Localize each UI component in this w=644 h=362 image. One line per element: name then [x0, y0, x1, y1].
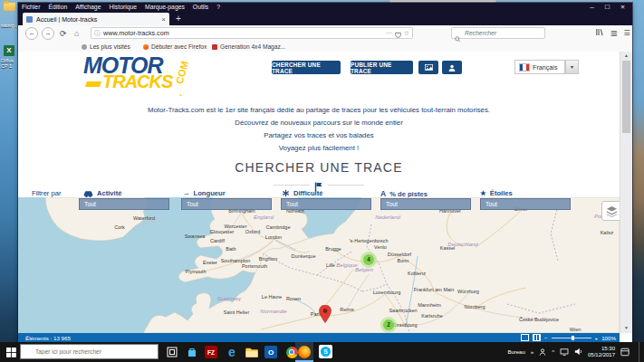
page-actions-icon[interactable]: ⋯	[386, 30, 392, 37]
menu-affichage[interactable]: Affichage	[75, 3, 101, 12]
bookmark-star-icon[interactable]: ☆	[404, 30, 409, 37]
back-button[interactable]: ←	[25, 27, 38, 40]
bookmark-label: Generation 4x4 Magaz...	[220, 43, 285, 51]
grid-icon[interactable]	[533, 334, 541, 341]
bookmark-most-visited[interactable]: Les plus visités	[82, 43, 130, 51]
map-label: Nürnberg	[465, 304, 485, 310]
account-button[interactable]	[442, 61, 462, 74]
sidebar-icon[interactable]: ▥	[609, 28, 620, 39]
pocket-icon[interactable]	[395, 25, 401, 42]
menu-marque-pages[interactable]: Marque-pages	[145, 3, 185, 12]
map-zoom-controls[interactable]: − + 100%	[521, 334, 616, 341]
map-label: Dunkerque	[292, 253, 316, 259]
hidden-icons-caret[interactable]: ^	[552, 349, 554, 355]
firefox-icon[interactable]	[297, 345, 312, 359]
desktop-folder-icon[interactable]	[4, 3, 15, 11]
skype-icon[interactable]: S	[319, 345, 332, 358]
filter-etoiles[interactable]: ★ Étoiles	[480, 189, 513, 197]
taskbar-search-input[interactable]	[20, 344, 159, 359]
filter-difficulte[interactable]: Difficulté	[282, 189, 323, 197]
scrollbar-thumb[interactable]	[622, 61, 630, 133]
filter-longueur[interactable]: → Longueur	[183, 189, 226, 197]
bookmark-generation-4x4[interactable]: Generation 4x4 Magaz...	[212, 43, 285, 51]
start-button[interactable]	[4, 345, 18, 359]
tray-clock[interactable]: 15:30 05/12/2017	[588, 346, 615, 358]
photos-button[interactable]	[418, 61, 438, 74]
home-button[interactable]: ⌂	[74, 28, 79, 39]
minimize-button[interactable]: ─	[584, 3, 600, 12]
longueur-dropdown[interactable]: Tout	[181, 198, 272, 210]
file-explorer-icon[interactable]	[245, 345, 259, 359]
map-label: Venlo	[374, 244, 387, 250]
filter-label: Activité	[97, 189, 121, 197]
menu-aide[interactable]: ?	[216, 3, 220, 12]
task-view-icon[interactable]	[165, 345, 179, 359]
outlook-icon[interactable]: O	[264, 346, 277, 358]
filter-by-label: Filtrer par	[32, 189, 62, 197]
hamburger-menu-icon[interactable]: ☰	[621, 28, 632, 39]
chercher-une-trace-button[interactable]: CHERCHER UNE TRACE	[272, 61, 341, 74]
search-input[interactable]	[451, 27, 545, 39]
forward-button[interactable]: →	[42, 27, 54, 40]
tab-close-icon[interactable]: ×	[161, 15, 166, 24]
map[interactable]: CorkWaterfordBirminghamWorcesterGloucest…	[18, 197, 620, 333]
firefox-window: Fichier Édition Affichage Historique Mar…	[18, 3, 632, 342]
network-icon[interactable]	[560, 348, 569, 357]
map-label: Le Havre	[262, 294, 282, 300]
map-cluster-marker[interactable]: 4	[360, 252, 377, 268]
page-scrollbar[interactable]: ▲ ▼	[620, 52, 632, 333]
titlebar: Fichier Édition Affichage Historique Mar…	[18, 3, 632, 12]
tray-chevron[interactable]: »	[531, 349, 533, 355]
etoiles-dropdown[interactable]: Tout	[480, 198, 571, 210]
zoom-out-icon[interactable]: −	[544, 335, 548, 341]
scroll-up-icon[interactable]: ▲	[620, 52, 632, 58]
site-logo[interactable]: MOTOR TRACKS COM .	[83, 54, 201, 100]
chevron-down-icon: ▾	[571, 64, 573, 70]
desktop-label[interactable]: Bureau	[507, 349, 524, 355]
volume-icon[interactable]	[574, 348, 582, 357]
map-pin-marker[interactable]	[319, 305, 332, 323]
menu-fichier[interactable]: Fichier	[22, 3, 40, 12]
edge-icon[interactable]: e	[225, 345, 239, 359]
activite-dropdown[interactable]: Tout	[79, 198, 169, 210]
menu-outils[interactable]: Outils	[193, 3, 208, 12]
filter-label: Difficulté	[293, 189, 323, 197]
map-label: Gloucester	[210, 229, 235, 234]
reload-button[interactable]: ⟳	[60, 28, 67, 39]
filter-activite[interactable]: Activité	[83, 189, 121, 197]
url-bar[interactable]: ⓘ www.motor-tracks.com ⋯ ☆	[91, 27, 413, 39]
publier-une-trace-button[interactable]: PUBLIER UNE TRACE	[351, 61, 413, 74]
zoom-slider[interactable]	[552, 338, 591, 338]
library-icon[interactable]	[593, 28, 604, 39]
close-button[interactable]: ✕	[615, 3, 630, 12]
desktop-excel-icon[interactable]: X	[4, 45, 14, 56]
outlook-glyph: O	[268, 348, 274, 357]
maximize-button[interactable]: ☐	[600, 3, 615, 12]
scroll-down-icon[interactable]: ▼	[620, 325, 632, 330]
people-icon[interactable]	[539, 348, 546, 357]
store-icon[interactable]	[185, 345, 199, 359]
notifications-icon[interactable]	[620, 348, 630, 357]
map-layers-control[interactable]	[601, 201, 620, 221]
language-caret-button[interactable]: ▾	[565, 60, 579, 74]
map-cluster-marker[interactable]: 2	[380, 317, 397, 333]
filezilla-icon[interactable]: FZ	[205, 346, 217, 358]
url-text[interactable]: www.motor-tracks.com	[103, 29, 383, 37]
language-selector[interactable]: Français	[514, 60, 565, 74]
show-desktop-button[interactable]	[639, 342, 644, 362]
site-info-icon[interactable]: ⓘ	[94, 29, 101, 38]
map-label: Luxembourg	[373, 290, 401, 295]
bookmark-get-started[interactable]: Débuter avec Firefox	[143, 43, 207, 51]
zoom-slider-thumb[interactable]	[572, 336, 574, 340]
menu-edition[interactable]: Édition	[48, 3, 67, 12]
difficulte-dropdown[interactable]: Tout	[281, 198, 371, 210]
arrow-icon: →	[183, 189, 190, 197]
menu-historique[interactable]: Historique	[109, 3, 137, 12]
hero-line-4: Voyagez plus facilement !	[18, 142, 620, 155]
map-labels: CorkWaterfordBirminghamWorcesterGloucest…	[18, 197, 620, 333]
zoom-in-icon[interactable]: +	[595, 335, 599, 341]
view-icon[interactable]	[521, 334, 529, 341]
tab-accueil[interactable]: Accueil | Motor-tracks ×	[23, 13, 169, 25]
new-tab-button[interactable]: +	[176, 13, 181, 25]
pistes-dropdown[interactable]: Tout	[380, 198, 471, 210]
